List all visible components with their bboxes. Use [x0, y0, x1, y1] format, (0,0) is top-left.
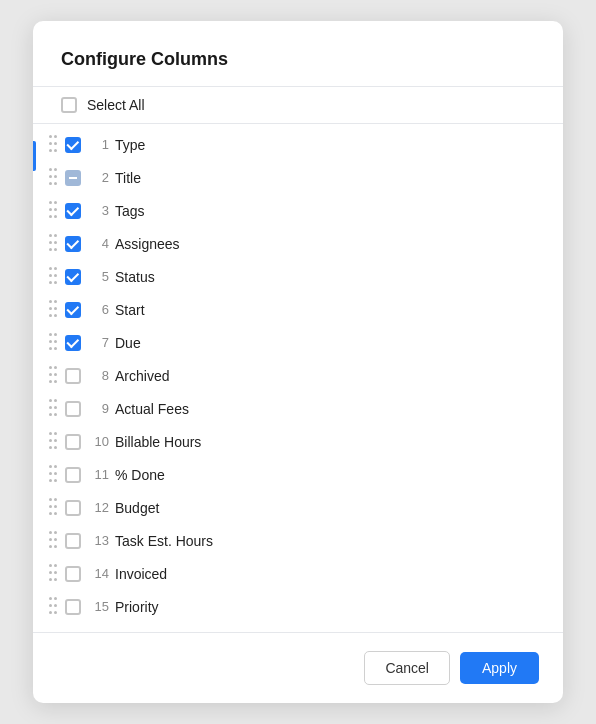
drag-handle-icon[interactable] — [47, 168, 59, 187]
column-checkbox[interactable] — [65, 137, 81, 153]
column-checkbox[interactable] — [65, 170, 81, 186]
column-number: 13 — [87, 533, 109, 548]
column-number: 15 — [87, 599, 109, 614]
drag-handle-icon[interactable] — [47, 498, 59, 517]
column-checkbox[interactable] — [65, 368, 81, 384]
dialog-title: Configure Columns — [33, 49, 563, 86]
drag-handle-icon[interactable] — [47, 399, 59, 418]
drag-handle-icon[interactable] — [47, 201, 59, 220]
column-checkbox[interactable] — [65, 335, 81, 351]
column-number: 5 — [87, 269, 109, 284]
column-checkbox[interactable] — [65, 500, 81, 516]
column-row[interactable]: 13Task Est. Hours — [33, 524, 563, 557]
column-number: 1 — [87, 137, 109, 152]
column-label: Archived — [115, 368, 543, 384]
left-accent-decoration — [33, 141, 36, 171]
apply-button[interactable]: Apply — [460, 652, 539, 684]
column-checkbox[interactable] — [65, 434, 81, 450]
drag-handle-icon[interactable] — [47, 234, 59, 253]
column-checkbox[interactable] — [65, 302, 81, 318]
column-row[interactable]: 8Archived — [33, 359, 563, 392]
cancel-button[interactable]: Cancel — [364, 651, 450, 685]
drag-handle-icon[interactable] — [47, 531, 59, 550]
drag-handle-icon[interactable] — [47, 300, 59, 319]
column-number: 2 — [87, 170, 109, 185]
column-number: 11 — [87, 467, 109, 482]
column-number: 4 — [87, 236, 109, 251]
column-row[interactable]: 2Title — [33, 161, 563, 194]
column-row[interactable]: 9Actual Fees — [33, 392, 563, 425]
column-row[interactable]: 10Billable Hours — [33, 425, 563, 458]
drag-handle-icon[interactable] — [47, 465, 59, 484]
column-row[interactable]: 6Start — [33, 293, 563, 326]
column-label: Due — [115, 335, 543, 351]
column-label: Task Est. Hours — [115, 533, 543, 549]
column-checkbox[interactable] — [65, 566, 81, 582]
column-checkbox[interactable] — [65, 401, 81, 417]
select-all-row[interactable]: Select All — [33, 86, 563, 124]
column-number: 10 — [87, 434, 109, 449]
column-checkbox[interactable] — [65, 236, 81, 252]
drag-handle-icon[interactable] — [47, 564, 59, 583]
column-row[interactable]: 14Invoiced — [33, 557, 563, 590]
select-all-checkbox[interactable] — [61, 97, 77, 113]
column-number: 7 — [87, 335, 109, 350]
column-row[interactable]: 11% Done — [33, 458, 563, 491]
column-row[interactable]: 7Due — [33, 326, 563, 359]
column-checkbox[interactable] — [65, 599, 81, 615]
drag-handle-icon[interactable] — [47, 135, 59, 154]
column-label: Assignees — [115, 236, 543, 252]
column-row[interactable]: 1Type — [33, 128, 563, 161]
drag-handle-icon[interactable] — [47, 267, 59, 286]
column-checkbox[interactable] — [65, 203, 81, 219]
column-checkbox[interactable] — [65, 467, 81, 483]
column-row[interactable]: 4Assignees — [33, 227, 563, 260]
column-number: 3 — [87, 203, 109, 218]
column-checkbox[interactable] — [65, 533, 81, 549]
column-label: Title — [115, 170, 543, 186]
column-number: 12 — [87, 500, 109, 515]
column-label: Start — [115, 302, 543, 318]
column-number: 6 — [87, 302, 109, 317]
column-row[interactable]: 12Budget — [33, 491, 563, 524]
drag-handle-icon[interactable] — [47, 366, 59, 385]
column-label: Type — [115, 137, 543, 153]
column-number: 8 — [87, 368, 109, 383]
column-label: Budget — [115, 500, 543, 516]
drag-handle-icon[interactable] — [47, 333, 59, 352]
columns-list: 1Type2Title3Tags4Assignees5Status6Start7… — [33, 124, 563, 624]
column-label: Invoiced — [115, 566, 543, 582]
column-number: 9 — [87, 401, 109, 416]
drag-handle-icon[interactable] — [47, 432, 59, 451]
column-row[interactable]: 5Status — [33, 260, 563, 293]
column-number: 14 — [87, 566, 109, 581]
column-checkbox[interactable] — [65, 269, 81, 285]
column-row[interactable]: 3Tags — [33, 194, 563, 227]
drag-handle-icon[interactable] — [47, 597, 59, 616]
column-label: Status — [115, 269, 543, 285]
column-row[interactable]: 15Priority — [33, 590, 563, 623]
column-row[interactable]: 16Predecessors — [33, 623, 563, 624]
column-label: Tags — [115, 203, 543, 219]
column-label: Actual Fees — [115, 401, 543, 417]
column-label: % Done — [115, 467, 543, 483]
column-label: Billable Hours — [115, 434, 543, 450]
column-label: Priority — [115, 599, 543, 615]
select-all-label: Select All — [87, 97, 145, 113]
configure-columns-dialog: Configure Columns Select All 1Type2Title… — [33, 21, 563, 703]
dialog-footer: Cancel Apply — [33, 632, 563, 703]
